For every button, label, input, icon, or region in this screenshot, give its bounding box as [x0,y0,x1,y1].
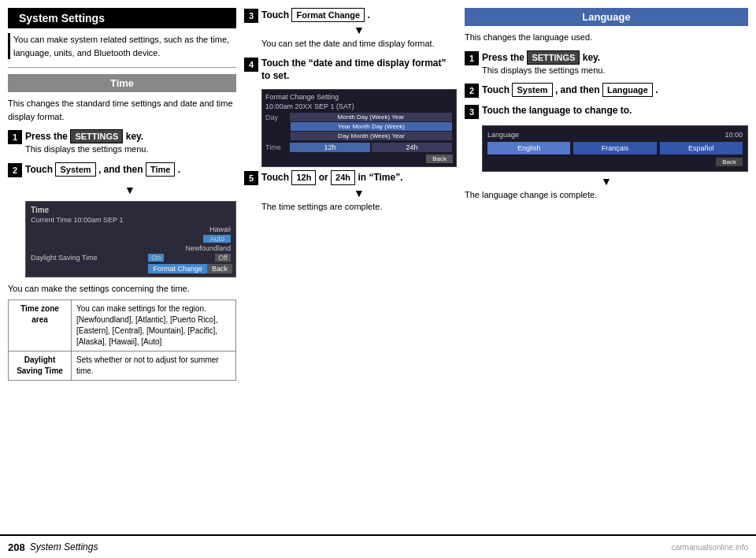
step-number-5: 5 [244,171,258,185]
left-step-2: 2 Touch System , and then Time . [8,162,236,177]
middle-step-4: 4 Touch the “date and time display forma… [244,57,457,84]
screen-time-row: Current Time 10:00am SEP 1 [29,215,232,225]
step-number-2: 2 [8,163,22,177]
step-3-text: Touch Format Change . [261,8,457,22]
screen-buttons: Format Change Back [29,264,232,273]
screen-dst-row: Daylight Saving Time On Off [29,253,232,262]
format-screen-time: 10:00am 20XX SEP 1 (SAT) [265,102,453,110]
step-4-content: Touch the “date and time display format”… [261,57,457,84]
right-system-btn[interactable]: System [512,83,552,97]
12h-btn[interactable]: 12h [291,170,316,184]
screen-title-row: Time [29,205,232,215]
right-step-number-2: 2 [465,84,479,98]
english-option[interactable]: English [487,142,570,154]
right-step-number-3: 3 [465,105,479,119]
step-5-content: Touch 12h or 24h in “Time”. ▼ The time s… [261,170,457,213]
footer-page: 208 [8,541,25,553]
step-1-text: Press the SETTINGS key. [25,129,236,143]
format-screen-header: Format Change Setting [265,93,453,102]
lang-screen-header: Language 10:00 [487,131,743,139]
right-column: Language This changes the language used.… [465,8,748,534]
arrow-down-1: ▼ [8,184,236,196]
right-step-2-text: Touch System , and then Language . [482,83,748,97]
right-step-2-content: Touch System , and then Language . [482,83,748,97]
format-day-row: Day Month Day (Week) Year [265,113,453,121]
24h-btn[interactable]: 24h [331,170,355,184]
you-can-text: You can make the settings concerning the… [8,282,236,296]
section-intro: You can make system related settings, su… [8,33,236,59]
time-btn[interactable]: Time [146,162,175,177]
lang-complete: The language change is complete. [465,189,748,201]
right-step-3-text: Touch the language to change to. [482,104,748,117]
step-2-content: Touch System , and then Time . [25,162,236,177]
info-table: Time zone area You can make settings for… [8,299,236,381]
footer-logo: carmanualsonline.info [672,543,748,552]
step-1-content: Press the SETTINGS key. This displays th… [25,129,236,156]
lang-desc: This changes the language used. [465,31,748,44]
format-day-opt3-row: Day Month (Week) Year [265,132,453,140]
lang-options: English Français Español [487,142,743,154]
back-btn[interactable]: Back [207,264,232,273]
footer: 208 System Settings carmanualsonline.inf… [0,534,756,558]
section-title: System Settings [8,8,236,28]
settings-btn-1[interactable]: SETTINGS [70,129,123,143]
format-screen: Format Change Setting 10:00am 20XX SEP 1… [261,89,457,167]
table-header-1: Time zone area [9,300,72,352]
right-step-2: 2 Touch System , and then Language . [465,83,748,98]
format-time-row: Time 12h 24h [265,143,453,152]
left-column: System Settings You can make system rela… [8,8,236,534]
screen-hawaii-row: Hawaii [29,225,232,234]
format-back-row: Back [265,154,453,163]
system-btn[interactable]: System [55,162,95,177]
time-screen: Time Current Time 10:00am SEP 1 Hawaii A… [25,201,236,277]
espanol-option[interactable]: Español [660,142,743,154]
format-back-btn[interactable]: Back [426,154,453,163]
language-btn[interactable]: Language [602,83,653,97]
time-opt-24h[interactable]: 24h [372,143,452,152]
step-number-3: 3 [244,9,258,23]
lang-back-btn[interactable]: Back [716,158,743,166]
right-step-3: 3 Touch the language to change to. [465,104,748,119]
table-desc-1: You can make settings for the region. [N… [72,300,236,352]
lang-back: Back [487,158,743,166]
francais-option[interactable]: Français [573,142,656,154]
format-change-btn[interactable]: Format Change [148,264,207,273]
language-screen: Language 10:00 English Français Español … [482,125,748,172]
time-opt-12h[interactable]: 12h [290,143,370,152]
step-number-1: 1 [8,130,22,144]
table-row-2: Daylight Saving Time Sets whether or not… [9,352,236,381]
right-step-1-text: Press the SETTINGS key. [482,50,748,65]
screen-newfoundland-row: Newfoundland [29,244,232,253]
screen-auto-row: Auto [29,234,232,244]
middle-column: 3 Touch Format Change . ▼ You can set th… [244,8,457,534]
right-step-1-sub: This displays the settings menu. [482,65,748,76]
table-header-2: Daylight Saving Time [9,352,72,381]
format-change-touch-btn[interactable]: Format Change [291,8,365,22]
time-desc: This changes the standard time settings … [8,97,236,123]
step-5-text: Touch 12h or 24h in “Time”. [261,170,457,184]
arrow-down-2: ▼ [261,24,457,36]
right-step-3-content: Touch the language to change to. [482,104,748,117]
step-5-sub: The time settings are complete. [261,201,457,213]
middle-step-3: 3 Touch Format Change . ▼ You can set th… [244,8,457,50]
language-bar: Language [465,8,748,26]
table-desc-2: Sets whether or not to adjust for summer… [72,352,236,381]
left-step-1: 1 Press the SETTINGS key. This displays … [8,129,236,156]
step-number-4: 4 [244,58,258,72]
day-opt3[interactable]: Day Month (Week) Year [291,132,452,140]
right-step-number-1: 1 [465,51,479,65]
format-day-opts: Year Month Day (Week) [265,122,453,131]
right-step-1-content: Press the SETTINGS key. This displays th… [482,50,748,77]
step-3-content: Touch Format Change . ▼ You can set the … [261,8,457,50]
arrow-down-lang: ▼ [465,175,748,188]
day-opt1[interactable]: Month Day (Week) Year [290,113,452,121]
step-4-text: Touch the “date and time display format”… [261,57,457,84]
divider [8,67,236,68]
day-opt2[interactable]: Year Month Day (Week) [291,122,452,131]
arrow-down-3: ▼ [261,187,457,199]
right-step-1: 1 Press the SETTINGS key. This displays … [465,50,748,77]
right-settings-btn[interactable]: SETTINGS [527,50,580,65]
step-3-sub: You can set the date and time display fo… [261,38,457,50]
footer-title: System Settings [30,541,98,552]
time-bar: Time [8,74,236,92]
